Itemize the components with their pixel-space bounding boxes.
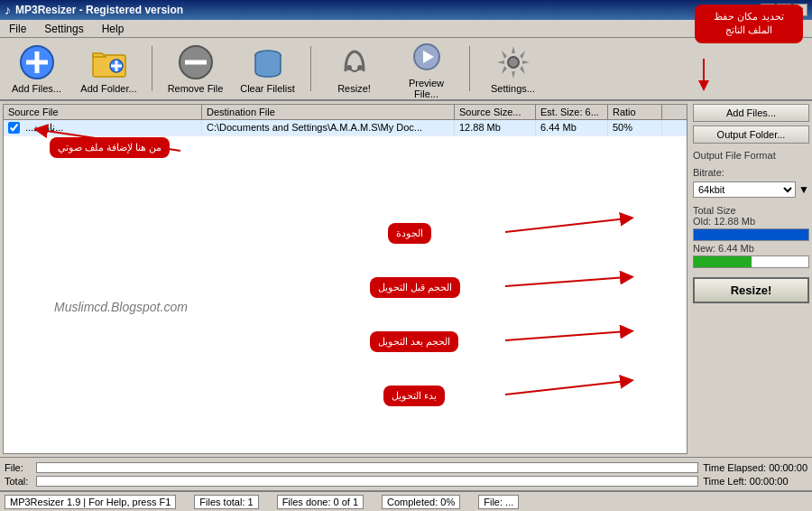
file-progress-row: File: xyxy=(5,462,698,473)
remove-file-button[interactable]: Remove File xyxy=(166,44,225,94)
settings-icon xyxy=(495,44,531,80)
status-version: MP3Resizer 1.9 | For Help, press F1 xyxy=(5,495,176,509)
title-bar: ♪ MP3Resizer - Registered version — □ ✕ xyxy=(0,0,812,20)
preview-file-icon xyxy=(409,39,445,75)
status-files-done: Files done: 0 of 1 xyxy=(277,495,364,509)
preview-file-label: Preview File... xyxy=(397,78,456,99)
annotation-source-file: من هنا لإضافة ملف صوتي xyxy=(50,137,170,158)
toolbar-separator-1 xyxy=(152,46,152,91)
remove-file-label: Remove File xyxy=(168,83,224,94)
old-size-bar xyxy=(693,228,809,241)
status-bar: MP3Resizer 1.9 | For Help, press F1 File… xyxy=(0,490,812,511)
settings-label: Settings... xyxy=(491,83,535,94)
clear-filelist-label: Clear Filelist xyxy=(240,83,295,94)
new-size-bar-fill xyxy=(694,256,752,267)
file-checkbox[interactable] xyxy=(8,122,20,134)
add-folder-button[interactable]: Add Folder... xyxy=(79,44,138,94)
total-progress-row: Total: xyxy=(5,476,698,487)
menu-help[interactable]: Help xyxy=(97,21,129,37)
source-file-cell: ...ناشيد... xyxy=(4,120,202,135)
clear-filelist-button[interactable]: Clear Filelist xyxy=(238,44,297,94)
file-progress-bar xyxy=(36,462,698,473)
col-est-size: Est. Size: 6... xyxy=(536,105,608,119)
time-elapsed: Time Elapsed: 00:00:00 xyxy=(703,462,807,473)
bitrate-label: Bitrate: xyxy=(693,167,809,178)
app-icon: ♪ xyxy=(5,3,11,17)
settings-button[interactable]: Settings... xyxy=(484,44,542,94)
resize-icon xyxy=(337,44,373,80)
annotation-output-folder: تحديد مكان حفظ الملف الناتج xyxy=(695,5,803,43)
file-list-header: Source File Destination File Source Size… xyxy=(4,105,687,120)
time-left: Time Left: 00:00:00 xyxy=(703,476,807,487)
status-completed: Completed: 0% xyxy=(382,495,460,509)
add-files-right-button[interactable]: Add Files... xyxy=(693,104,809,122)
dest-file-cell: C:\Documents and Settings\A.M.A.M.S\My D… xyxy=(202,120,455,135)
add-files-button[interactable]: Add Files... xyxy=(7,44,66,94)
source-size-cell: 12.88 Mb xyxy=(455,120,536,135)
col-ratio: Ratio xyxy=(608,105,662,119)
col-source-file: Source File xyxy=(4,105,202,119)
add-files-label: Add Files... xyxy=(12,83,61,94)
status-files-total: Files total: 1 xyxy=(194,495,258,509)
clear-filelist-icon xyxy=(250,44,286,80)
progress-bars-right: Time Elapsed: 00:00:00 Time Left: 00:00:… xyxy=(703,462,807,487)
table-row[interactable]: ...ناشيد... C:\Documents and Settings\A.… xyxy=(4,120,687,136)
title-bar-title: MP3Resizer - Registered version xyxy=(15,4,183,16)
add-files-icon xyxy=(19,44,55,80)
new-size-label: New: 6.44 Mb xyxy=(693,243,809,254)
total-size-section: Total Size Old: 12.88 Mb New: 6.44 Mb xyxy=(693,205,809,270)
total-progress-bar xyxy=(36,476,698,487)
resize-button[interactable]: Resize! xyxy=(693,277,809,303)
remove-file-icon xyxy=(178,44,214,80)
annotation-start-convert: بدء التحويل xyxy=(383,386,445,406)
toolbar-separator-3 xyxy=(469,46,470,91)
status-file: File: ... xyxy=(478,495,519,509)
total-size-label: Total Size xyxy=(693,205,809,216)
output-folder-button[interactable]: Output Folder... xyxy=(693,125,809,144)
menu-settings[interactable]: Settings xyxy=(40,21,88,37)
svg-point-14 xyxy=(508,57,519,68)
est-size-cell: 6.44 Mb xyxy=(536,120,608,135)
right-panel: Add Files... Output Folder... Output Fil… xyxy=(690,101,812,457)
toolbar: Add Files... Add Folder... xyxy=(0,38,812,101)
toolbar-separator-2 xyxy=(310,46,311,91)
total-progress-label: Total: xyxy=(5,476,32,487)
ratio-cell: 50% xyxy=(608,120,662,135)
watermark: Muslimcd.Blogspot.com xyxy=(54,300,188,314)
add-folder-label: Add Folder... xyxy=(80,83,136,94)
bitrate-select[interactable]: 64kbit xyxy=(693,181,796,198)
resize-toolbar-label: Resize! xyxy=(337,83,371,94)
output-format-label: Output File Format xyxy=(693,150,809,161)
progress-bars-left: File: Total: xyxy=(5,462,698,487)
annotation-quality: الجودة xyxy=(388,223,431,244)
col-source-size: Source Size... xyxy=(455,105,536,119)
menu-bar: File Settings Help xyxy=(0,20,812,38)
annotation-size-after: الحجم بعد التحويل xyxy=(370,331,458,352)
bitrate-dropdown-icon: ▼ xyxy=(798,183,809,196)
annotation-size-before: الحجم قبل التحويل xyxy=(370,277,460,298)
old-size-bar-fill xyxy=(694,229,808,240)
file-list-empty xyxy=(4,136,687,453)
preview-file-button[interactable]: Preview File... xyxy=(397,39,456,99)
old-size-label: Old: 12.88 Mb xyxy=(693,216,809,227)
add-folder-icon xyxy=(91,44,127,80)
resize-toolbar-button[interactable]: Resize! xyxy=(325,44,383,94)
col-destination-file: Destination File xyxy=(202,105,455,119)
main-content: من هنا لإضافة ملف صوتي الجودة الحجم قبل … xyxy=(0,101,812,457)
new-size-bar xyxy=(693,256,809,268)
menu-file[interactable]: File xyxy=(5,21,31,37)
file-progress-label: File: xyxy=(5,462,32,473)
bottom-bars: File: Total: Time Elapsed: 00:00:00 Time… xyxy=(0,457,812,490)
